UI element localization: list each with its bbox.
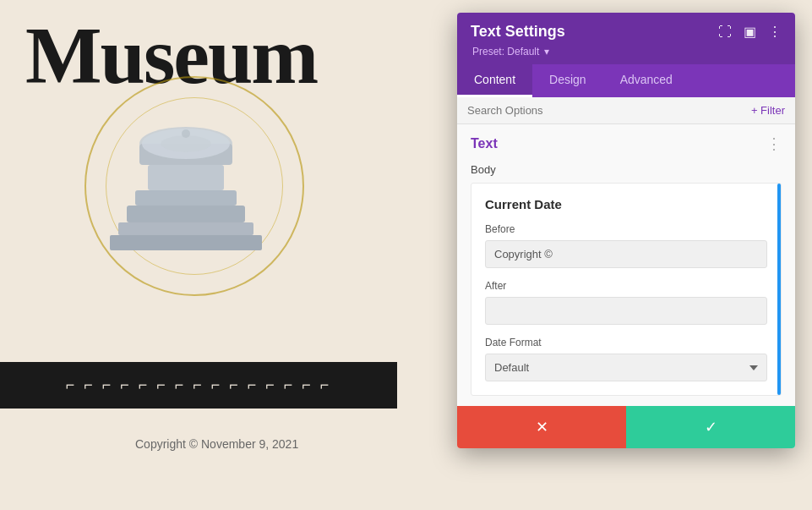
panel-header-icons: ⛶ ▣ ⋮ <box>718 24 782 40</box>
tab-design[interactable]: Design <box>532 64 603 97</box>
card-area: Current Date Before After Date Format De… <box>457 183 795 406</box>
column-base-svg <box>93 93 279 262</box>
columns-icon[interactable]: ▣ <box>744 24 756 40</box>
body-label: Body <box>457 160 795 183</box>
card-title: Current Date <box>485 197 767 211</box>
filter-button[interactable]: + Filter <box>751 104 785 117</box>
svg-point-9 <box>182 129 190 138</box>
after-input[interactable] <box>485 297 767 325</box>
greek-border: ⌐ ⌐ ⌐ ⌐ ⌐ ⌐ ⌐ ⌐ ⌐ ⌐ ⌐ ⌐ ⌐ ⌐ ⌐ <box>0 362 397 409</box>
save-button[interactable]: ✓ <box>626 406 795 448</box>
tab-content[interactable]: Content <box>457 64 532 97</box>
after-label: After <box>485 280 767 292</box>
search-input[interactable] <box>467 104 751 117</box>
settings-panel: Text Settings ⛶ ▣ ⋮ Preset: Default ▾ Co… <box>457 13 795 448</box>
card: Current Date Before After Date Format De… <box>471 183 782 396</box>
panel-header: Text Settings ⛶ ▣ ⋮ Preset: Default ▾ <box>457 13 795 64</box>
section-title: Text <box>471 136 498 151</box>
svg-rect-5 <box>118 222 253 235</box>
more-icon[interactable]: ⋮ <box>768 24 782 40</box>
section-header: Text ⋮ <box>457 124 795 160</box>
date-format-label: Date Format <box>485 337 767 348</box>
scroll-indicator <box>777 184 781 395</box>
panel-tabs: Content Design Advanced <box>457 64 795 97</box>
greek-pattern: ⌐ ⌐ ⌐ ⌐ ⌐ ⌐ ⌐ ⌐ ⌐ ⌐ ⌐ ⌐ ⌐ ⌐ ⌐ <box>66 376 332 394</box>
panel-footer: ✕ ✓ <box>457 406 795 448</box>
svg-rect-4 <box>127 206 245 222</box>
date-format-select[interactable]: Default Custom F j, Y m/d/Y Y-m-d <box>485 354 767 381</box>
tab-advanced[interactable]: Advanced <box>603 64 689 97</box>
svg-rect-2 <box>148 165 224 190</box>
before-label: Before <box>485 223 767 235</box>
fullscreen-icon[interactable]: ⛶ <box>718 25 732 40</box>
panel-header-top: Text Settings ⛶ ▣ ⋮ <box>471 23 782 41</box>
svg-rect-3 <box>135 190 237 206</box>
panel-body: Text ⋮ Body Current Date Before After <box>457 124 795 406</box>
panel-search-bar: + Filter <box>457 97 795 124</box>
side-dots-icon[interactable]: ⋮ <box>793 287 795 302</box>
before-field: Before <box>485 223 767 268</box>
svg-rect-6 <box>110 235 262 250</box>
panel-preset[interactable]: Preset: Default ▾ <box>471 46 782 58</box>
before-input[interactable] <box>485 240 767 268</box>
panel-title: Text Settings <box>471 23 565 41</box>
date-format-field: Date Format Default Custom F j, Y m/d/Y … <box>485 337 767 381</box>
column-image-area <box>68 68 321 304</box>
section-more-icon[interactable]: ⋮ <box>766 134 782 153</box>
copyright-text: Copyright © November 9, 2021 <box>135 437 298 451</box>
cancel-button[interactable]: ✕ <box>457 406 626 448</box>
after-field: After <box>485 280 767 325</box>
